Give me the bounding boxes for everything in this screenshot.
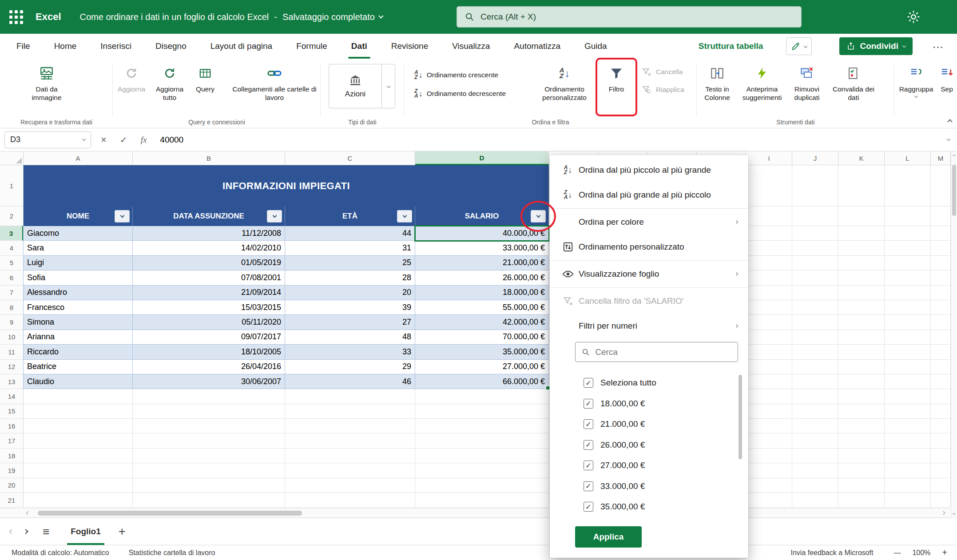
cell-I1[interactable] xyxy=(746,165,792,207)
table-cell[interactable]: 18/10/2005 xyxy=(133,345,285,359)
cell-J18[interactable] xyxy=(792,449,838,463)
column-header-J[interactable]: J xyxy=(792,151,838,165)
cell-L14[interactable] xyxy=(885,389,931,404)
cell-L16[interactable] xyxy=(885,419,931,433)
global-search[interactable] xyxy=(457,6,802,28)
table-cell[interactable]: 18.000,00 € xyxy=(415,286,549,300)
cell-D20[interactable] xyxy=(415,478,549,493)
table-cell[interactable]: Beatrice xyxy=(24,360,133,374)
cell-K14[interactable] xyxy=(838,389,885,404)
cell-J2[interactable] xyxy=(792,207,838,226)
table-cell[interactable]: 33.000,00 € xyxy=(415,241,549,255)
cell-D21[interactable] xyxy=(415,493,549,508)
row-header-11[interactable]: 11 xyxy=(0,345,24,359)
cell-K7[interactable] xyxy=(838,286,885,300)
cell-L10[interactable] xyxy=(885,330,931,345)
tab-home[interactable]: Home xyxy=(42,34,89,59)
table-cell[interactable]: 11/12/2008 xyxy=(133,226,285,241)
cell-K10[interactable] xyxy=(838,330,885,345)
menu-number-filters[interactable]: Filtri per numeri xyxy=(550,314,748,338)
cell-M14[interactable] xyxy=(931,389,951,404)
row-header-10[interactable]: 10 xyxy=(0,330,24,345)
cell-J20[interactable] xyxy=(792,478,838,493)
tab-guida[interactable]: Guida xyxy=(572,34,619,59)
cell-K1[interactable] xyxy=(838,165,885,207)
cell-M11[interactable] xyxy=(931,345,951,359)
filter-value-2[interactable]: ✓26.000,00 € xyxy=(550,435,748,456)
table-cell[interactable]: 27.000,00 € xyxy=(415,360,549,374)
sort-ascending-button[interactable]: AZ↓ Ordinamento crescente xyxy=(414,66,506,84)
table-cell[interactable]: Riccardo xyxy=(24,345,133,359)
cell-J11[interactable] xyxy=(792,345,838,359)
table-cell[interactable]: 29 xyxy=(285,360,415,374)
vertical-scrollbar[interactable] xyxy=(951,151,957,518)
share-button[interactable]: Condividi xyxy=(839,37,913,55)
table-cell[interactable]: 07/08/2001 xyxy=(133,270,285,285)
tab-visualizza[interactable]: Visualizza xyxy=(440,34,502,59)
cell-L18[interactable] xyxy=(885,449,931,463)
table-cell[interactable]: 28 xyxy=(285,270,415,285)
cell-L12[interactable] xyxy=(885,360,931,374)
cell-L3[interactable] xyxy=(885,226,931,241)
cell-A20[interactable] xyxy=(24,478,133,493)
cell-M17[interactable] xyxy=(931,433,951,448)
cell-A18[interactable] xyxy=(24,449,133,463)
table-cell[interactable]: Sara xyxy=(24,241,133,255)
cell-C15[interactable] xyxy=(285,404,415,419)
cell-L13[interactable] xyxy=(885,374,931,389)
menu-clear-filter[interactable]: Cancella filtro da 'SALARIO' xyxy=(550,289,748,314)
cell-M16[interactable] xyxy=(931,419,951,433)
all-sheets-icon[interactable]: ≡ xyxy=(43,527,49,536)
cell-K17[interactable] xyxy=(838,433,885,448)
cell-M15[interactable] xyxy=(931,404,951,419)
cell-M4[interactable] xyxy=(931,241,951,255)
cell-J16[interactable] xyxy=(792,419,838,433)
tab-automatizza[interactable]: Automatizza xyxy=(502,34,572,59)
workbook-links-button[interactable]: Collegamenti alle cartelle di lavoro xyxy=(221,59,328,128)
data-validation-button[interactable]: Convalida dei dati xyxy=(827,59,880,128)
tab-disegno[interactable]: Disegno xyxy=(143,34,199,59)
row-header-6[interactable]: 6 xyxy=(0,270,24,285)
row-header-1[interactable]: 1 xyxy=(0,165,24,207)
cell-J7[interactable] xyxy=(792,286,838,300)
cell-M8[interactable] xyxy=(931,300,951,315)
cell-I5[interactable] xyxy=(746,256,792,270)
cell-B15[interactable] xyxy=(133,404,285,419)
filter-dropdown-età[interactable] xyxy=(397,210,412,222)
checkbox-checked-icon[interactable]: ✓ xyxy=(584,419,593,429)
cell-I13[interactable] xyxy=(746,374,792,389)
search-input[interactable] xyxy=(480,12,793,22)
cell-M18[interactable] xyxy=(931,449,951,463)
cell-I9[interactable] xyxy=(746,315,792,330)
cell-I19[interactable] xyxy=(746,463,792,478)
cell-L6[interactable] xyxy=(885,270,931,285)
cell-C18[interactable] xyxy=(285,449,415,463)
cell-M20[interactable] xyxy=(931,478,951,493)
cell-K19[interactable] xyxy=(838,463,885,478)
column-header-A[interactable]: A xyxy=(24,151,133,165)
flash-fill-button[interactable]: Anteprima suggerimenti xyxy=(738,59,786,128)
cell-I11[interactable] xyxy=(746,345,792,359)
cell-C17[interactable] xyxy=(285,433,415,448)
cell-K13[interactable] xyxy=(838,374,885,389)
table-cell[interactable]: 40.000,00 € xyxy=(415,226,549,241)
cell-J10[interactable] xyxy=(792,330,838,345)
table-cell[interactable]: 20 xyxy=(285,286,415,300)
cell-K18[interactable] xyxy=(838,449,885,463)
cell-M19[interactable] xyxy=(931,463,951,478)
table-cell[interactable]: 21.000,00 € xyxy=(415,256,549,270)
table-cell[interactable]: 46 xyxy=(285,374,415,389)
menu-sheet-view[interactable]: Visualizzazione foglio xyxy=(550,262,748,286)
table-cell[interactable]: 39 xyxy=(285,300,415,315)
filter-value-5[interactable]: ✓35.000,00 € xyxy=(550,496,748,517)
checkbox-checked-icon[interactable]: ✓ xyxy=(584,399,593,409)
tab-revisione[interactable]: Revisione xyxy=(379,34,440,59)
cell-L8[interactable] xyxy=(885,300,931,315)
menu-sort-descending[interactable]: ZA↓ Ordina dal più grande al più piccolo xyxy=(550,183,748,207)
data-types-gallery[interactable]: Azioni xyxy=(329,64,395,108)
cell-I7[interactable] xyxy=(746,286,792,300)
cell-K4[interactable] xyxy=(838,241,885,255)
checkbox-checked-icon[interactable]: ✓ xyxy=(584,440,593,450)
cell-B16[interactable] xyxy=(133,419,285,433)
cell-C14[interactable] xyxy=(285,389,415,404)
